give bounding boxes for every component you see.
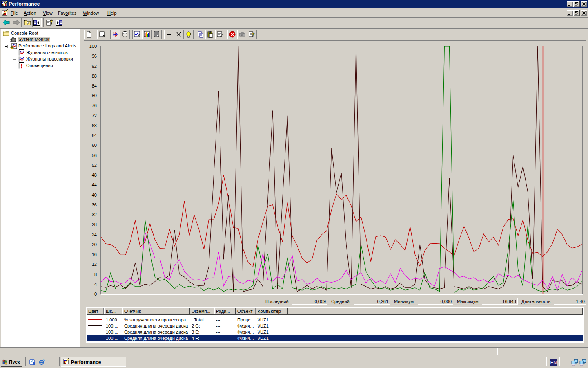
svg-text:?: ? (252, 31, 255, 38)
